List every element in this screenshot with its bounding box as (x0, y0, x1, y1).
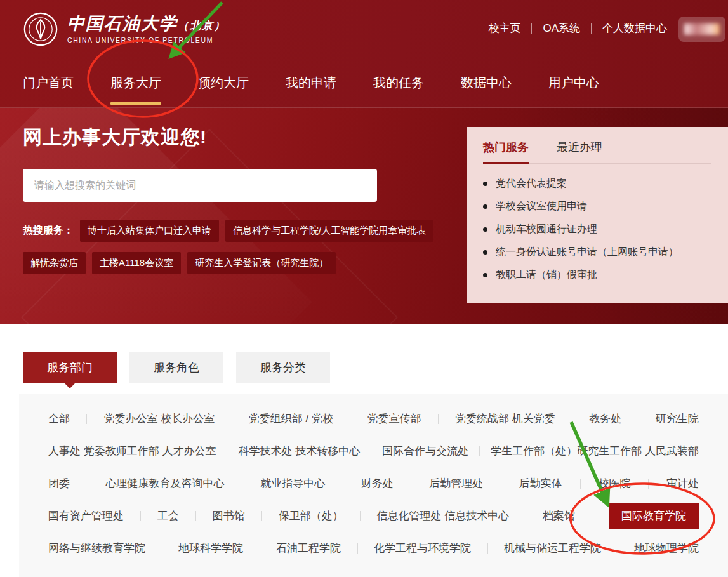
hot-search-row: 热搜服务： 博士后入站集体户口迁入申请信息科学与工程学院/人工智能学院用章审批表… (23, 220, 467, 274)
department-link[interactable]: 地球科学学院 (178, 541, 243, 555)
hot-panel-item[interactable]: 教职工请（销）假审批 (483, 263, 711, 286)
department-link[interactable]: 地球物理学院 (634, 541, 699, 555)
hot-search-tag[interactable]: 研究生入学登记表（研究生院） (187, 252, 336, 274)
department-row: 团委心理健康教育及咨询中心就业指导中心财务处后勤管理处后勤实体校医院审计处 (48, 467, 699, 500)
divider (572, 414, 572, 424)
nav-item[interactable]: 用户中心 (548, 74, 599, 91)
top-link[interactable]: OA系统 (543, 21, 580, 36)
department-link[interactable]: 心理健康教育及咨询中心 (106, 476, 225, 491)
bullet-icon (483, 204, 487, 209)
hot-search-tag[interactable]: 信息科学与工程学院/人工智能学院用章审批表 (225, 220, 433, 242)
divider (162, 543, 162, 554)
top-header: 中国石油大学（北京） CHINA UNIVERSITY OF PETROLEUM… (0, 0, 728, 108)
department-link[interactable]: 党委组织部 / 党校 (249, 411, 333, 426)
divider (261, 511, 262, 521)
department-link[interactable]: 党委宣传部 (367, 411, 421, 426)
department-link[interactable]: 国际教育学院 (609, 503, 699, 529)
banner-title: 网上办事大厅欢迎您! (23, 124, 207, 150)
divider (140, 511, 141, 521)
department-link[interactable]: 团委 (48, 476, 70, 491)
divider (360, 511, 361, 521)
hot-panel-item-label: 机动车校园通行证办理 (496, 223, 597, 236)
hot-search-label: 热搜服务： (23, 224, 74, 237)
nav-item[interactable]: 服务大厅 (110, 74, 161, 91)
department-link[interactable]: 保卫部（处） (279, 508, 343, 523)
hot-search-tag[interactable]: 博士后入站集体户口迁入申请 (80, 220, 219, 242)
department-link[interactable]: 档案馆 (543, 508, 575, 523)
department-link[interactable]: 审计处 (666, 476, 699, 491)
department-link[interactable]: 人事处 党委教师工作部 人才办公室 (48, 444, 216, 458)
filter-tabs: 服务部门服务角色服务分类 (23, 352, 330, 383)
filter-tab[interactable]: 服务分类 (236, 352, 330, 383)
department-link[interactable]: 财务处 (361, 476, 394, 491)
department-link[interactable]: 教务处 (589, 411, 621, 426)
top-link[interactable]: 个人数据中心 (602, 21, 667, 36)
filter-tab[interactable]: 服务角色 (129, 352, 223, 383)
department-link[interactable]: 信息化管理处 信息技术中心 (377, 508, 510, 523)
department-link[interactable]: 全部 (48, 411, 70, 426)
department-link[interactable]: 后勤管理处 (429, 476, 483, 491)
department-row: 网络与继续教育学院地球科学学院石油工程学院化学工程与环境学院机械与储运工程学院地… (48, 532, 699, 564)
top-links: 校主页OA系统个人数据中心 (488, 21, 667, 36)
department-row: 人事处 党委教师工作部 人才办公室科学技术处 技术转移中心国际合作与交流处学生工… (48, 435, 699, 467)
nav-item[interactable]: 数据中心 (461, 74, 512, 91)
nav-item[interactable]: 我的申请 (286, 74, 336, 91)
department-link[interactable]: 图书馆 (213, 508, 245, 523)
hot-panel-tab[interactable]: 热门服务 (483, 140, 529, 163)
hot-panel-item[interactable]: 学校会议室使用申请 (483, 195, 711, 218)
department-link[interactable]: 就业指导中心 (260, 476, 325, 491)
hot-panel-item[interactable]: 党代会代表提案 (483, 172, 711, 195)
top-link-divider (531, 23, 532, 34)
hot-services-panel: 热门服务最近办理 党代会代表提案学校会议室使用申请机动车校园通行证办理统一身份认… (467, 127, 728, 303)
main-nav: 门户首页服务大厅预约大厅我的申请我的任务数据中心用户中心 (23, 57, 599, 108)
university-logo[interactable]: 中国石油大学（北京） CHINA UNIVERSITY OF PETROLEUM (23, 11, 226, 47)
hot-panel-tabs: 热门服务最近办理 (483, 140, 711, 164)
user-badge[interactable] (678, 17, 725, 42)
hot-search-tag[interactable]: 解忧杂货店 (23, 252, 86, 274)
department-link[interactable]: 石油工程学院 (276, 541, 341, 555)
department-link[interactable]: 科学技术处 技术转移中心 (238, 444, 360, 458)
department-link[interactable]: 党委办公室 校长办公室 (104, 411, 215, 426)
divider (350, 414, 350, 424)
divider (592, 511, 592, 521)
department-link[interactable]: 后勤实体 (519, 476, 562, 491)
department-link[interactable]: 机械与储运工程学院 (504, 541, 601, 555)
top-link[interactable]: 校主页 (488, 21, 520, 36)
department-link[interactable]: 学生工作部（处）研究生工作部 人民武装部 (491, 444, 699, 458)
department-link[interactable]: 研究生院 (656, 411, 699, 426)
bullet-icon (483, 250, 487, 255)
department-link[interactable]: 国际合作与交流处 (382, 444, 468, 458)
divider (371, 446, 371, 456)
department-link[interactable]: 校医院 (598, 476, 630, 491)
hot-panel-list: 党代会代表提案学校会议室使用申请机动车校园通行证办理统一身份认证账号申请（上网账… (483, 172, 711, 286)
search-input[interactable] (23, 169, 377, 202)
divider (580, 479, 581, 489)
bullet-icon (483, 227, 487, 232)
hot-panel-tab[interactable]: 最近办理 (557, 140, 602, 163)
department-link[interactable]: 国有资产管理处 (48, 508, 124, 523)
hot-panel-item[interactable]: 统一身份认证账号申请（上网账号申请） (483, 241, 711, 263)
filter-tab[interactable]: 服务部门 (23, 352, 117, 383)
department-link[interactable]: 网络与继续教育学院 (48, 541, 145, 555)
divider (343, 479, 343, 489)
nav-item[interactable]: 我的任务 (373, 74, 424, 91)
hot-panel-item-label: 党代会代表提案 (496, 177, 567, 190)
divider (648, 479, 649, 489)
divider (411, 479, 411, 489)
nav-item[interactable]: 门户首页 (23, 74, 74, 91)
department-link[interactable]: 化学工程与环境学院 (374, 541, 471, 555)
bullet-icon (483, 273, 487, 277)
banner: 网上办事大厅欢迎您! 热搜服务： 博士后入站集体户口迁入申请信息科学与工程学院/… (0, 108, 728, 324)
department-link[interactable]: 党委统战部 机关党委 (455, 411, 555, 426)
user-name-redacted (684, 23, 720, 35)
top-link-divider (591, 23, 592, 34)
hot-panel-item[interactable]: 机动车校园通行证办理 (483, 218, 711, 241)
university-name-zh: 中国石油大学 (67, 14, 178, 33)
divider (479, 446, 480, 456)
department-link[interactable]: 工会 (157, 508, 179, 523)
divider (501, 479, 501, 489)
nav-item[interactable]: 预约大厅 (198, 74, 249, 91)
university-seal-icon (23, 11, 58, 47)
hot-search-tag[interactable]: 主楼A1118会议室 (92, 252, 181, 274)
university-name: 中国石油大学（北京） CHINA UNIVERSITY OF PETROLEUM (67, 15, 226, 44)
